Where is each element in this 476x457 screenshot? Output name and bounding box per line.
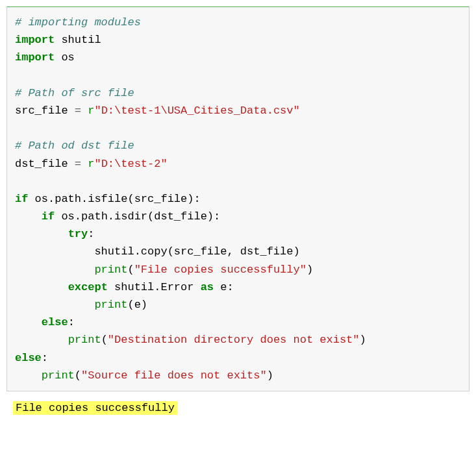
code-var: src_file	[15, 105, 75, 117]
code-punct: )	[267, 369, 273, 382]
code-builtin: print	[94, 264, 127, 276]
output-line-highlight: File copies successfully	[13, 401, 177, 415]
code-keyword: if	[42, 210, 55, 223]
python-code-block: # importing modules import shutil import…	[6, 6, 470, 391]
code-punct: :	[68, 316, 75, 328]
code-module: shutil	[55, 34, 101, 46]
code-keyword: else	[42, 316, 68, 328]
code-call: os.path.isfile(src_file):	[28, 193, 200, 205]
code-keyword: try	[68, 228, 88, 240]
code-keyword: else	[15, 352, 42, 364]
code-builtin: print	[42, 369, 75, 382]
code-string: "File copies successfully"	[134, 264, 307, 276]
code-keyword: if	[15, 193, 28, 205]
code-keyword: import	[15, 34, 55, 46]
code-module: os	[55, 51, 75, 64]
code-string: "D:\test-2"	[94, 158, 167, 170]
code-string: "Destination directory does not exist"	[108, 334, 360, 346]
code-keyword: as	[201, 281, 214, 293]
code-operator: =	[75, 158, 81, 170]
code-comment: # importing modules	[15, 16, 141, 29]
code-punct: (	[127, 264, 134, 276]
code-operator: =	[75, 105, 81, 117]
code-keyword: except	[68, 281, 108, 293]
code-call: (e)	[127, 299, 147, 311]
code-string: "Source file does not exits"	[81, 369, 267, 382]
code-string-prefix: r	[81, 105, 94, 117]
code-call: shutil.copy(src_file, dst_file)	[94, 245, 299, 258]
code-builtin: print	[94, 299, 127, 311]
code-punct: (	[101, 334, 108, 346]
code-punct: )	[307, 264, 313, 276]
code-punct: (	[75, 369, 81, 382]
output-block: File copies successfully	[6, 395, 470, 421]
code-punct: :	[42, 352, 48, 364]
code-call: os.path.isdir(dst_file):	[55, 210, 220, 223]
code-comment: # Path of src file	[15, 87, 134, 99]
code-exception: shutil.Error	[108, 281, 201, 293]
code-var: dst_file	[15, 158, 75, 170]
code-builtin: print	[68, 334, 101, 346]
code-string: "D:\test-1\USA_Cities_Data.csv"	[94, 105, 299, 117]
code-punct: )	[360, 334, 366, 346]
code-string-prefix: r	[81, 158, 94, 170]
code-keyword: import	[15, 51, 55, 64]
code-punct: :	[88, 228, 94, 240]
code-comment: # Path od dst file	[15, 140, 134, 152]
code-var: e:	[214, 281, 234, 293]
